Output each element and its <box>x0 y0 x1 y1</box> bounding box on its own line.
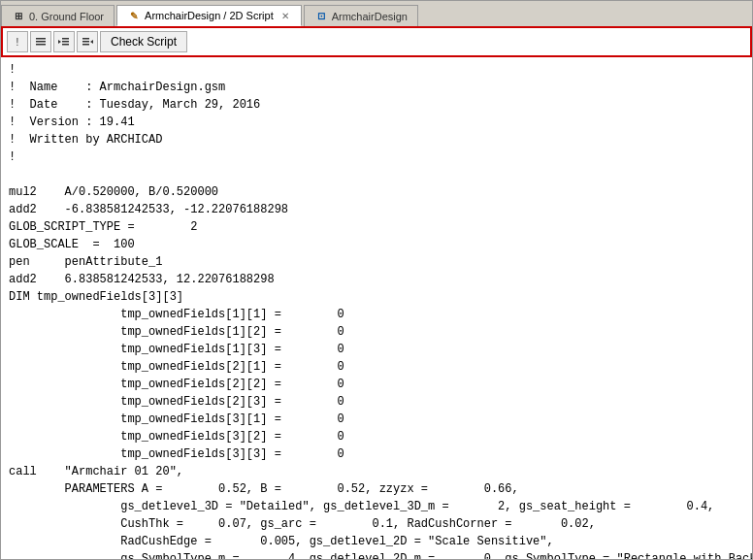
check-script-button[interactable]: Check Script <box>100 31 187 52</box>
svg-rect-1 <box>36 41 46 43</box>
svg-rect-5 <box>62 44 69 46</box>
tab-armchair-script[interactable]: ✎ ArmchairDesign / 2D Script ✕ <box>116 5 302 26</box>
close-script-tab-button[interactable]: ✕ <box>279 10 291 21</box>
svg-rect-0 <box>36 38 46 40</box>
list-button[interactable] <box>30 31 51 52</box>
exclamation-button[interactable]: ! <box>7 31 28 52</box>
svg-rect-7 <box>82 38 89 40</box>
svg-rect-3 <box>62 38 69 40</box>
main-window: ⊞ 0. Ground Floor ✎ ArmchairDesign / 2D … <box>0 0 753 560</box>
indent-right-button[interactable] <box>77 31 98 52</box>
svg-rect-4 <box>62 41 69 43</box>
editor-area[interactable]: ! ! Name : ArmchairDesign.gsm ! Date : T… <box>1 57 752 559</box>
tab-ground-floor-label: 0. Ground Floor <box>29 11 104 22</box>
svg-marker-6 <box>58 40 61 44</box>
tab-bar: ⊞ 0. Ground Floor ✎ ArmchairDesign / 2D … <box>1 1 752 26</box>
tab-armchair-design[interactable]: ⊡ ArmchairDesign <box>304 5 418 26</box>
code-content: ! ! Name : ArmchairDesign.gsm ! Date : T… <box>9 61 744 559</box>
floor-tab-icon: ⊞ <box>12 10 25 23</box>
svg-rect-2 <box>36 44 46 46</box>
svg-rect-9 <box>82 44 89 46</box>
toolbar: ! Check Script <box>1 26 752 57</box>
tab-ground-floor[interactable]: ⊞ 0. Ground Floor <box>1 5 115 26</box>
indent-right-icon <box>81 35 94 49</box>
indent-left-button[interactable] <box>53 31 75 52</box>
list-icon <box>34 35 48 49</box>
design-tab-icon: ⊡ <box>314 10 328 23</box>
indent-left-icon <box>57 35 71 49</box>
svg-marker-10 <box>90 40 93 44</box>
tab-armchair-design-label: ArmchairDesign <box>332 11 408 22</box>
tab-armchair-script-label: ArmchairDesign / 2D Script <box>145 10 274 21</box>
script-tab-icon: ✎ <box>127 9 141 22</box>
svg-rect-8 <box>82 41 89 43</box>
